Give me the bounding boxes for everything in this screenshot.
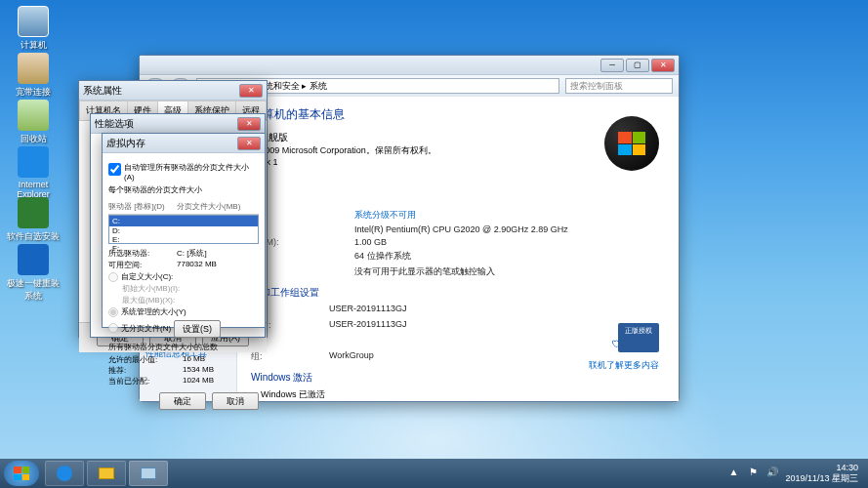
system-managed-radio[interactable]: 系统管理的大小(Y) [108,306,259,317]
clock-time: 14:30 [785,463,858,473]
totals-title: 所有驱动器分页文件大小的总数 [108,342,259,352]
rating-link[interactable]: 系统分级不可用 [354,209,416,222]
activation-head: Windows 激活 [251,371,665,385]
drive-item: E: [109,235,258,244]
desktop-icon-recycle[interactable]: 回收站 [4,100,62,145]
system-tray: ▲ ⚑ 🔊 14:30 2019/11/13 星期三 [726,463,864,484]
workgroup-value: WorkGroup [329,350,374,363]
desktop-icon-computer[interactable]: 计算机 [4,6,62,52]
drive-item: D: [109,226,258,235]
desktop-icon-network[interactable]: 宽带连接 [4,53,62,99]
page-heading: 计算机的基本信息 [251,106,665,123]
set-button[interactable]: 设置(S) [174,320,221,338]
desktop-icon-reinstall[interactable]: 极速一键重装系统 [4,244,62,303]
taskbar-ie-button[interactable] [45,461,84,486]
taskbar: ▲ ⚑ 🔊 14:30 2019/11/13 星期三 [0,459,868,488]
maximize-button[interactable]: ▢ [626,59,649,72]
system-type-value: 64 位操作系统 [354,250,411,263]
close-button[interactable]: ✕ [237,117,261,131]
search-input[interactable]: 搜索控制面板 [565,78,673,94]
recommended-value: 1534 MB [183,365,214,376]
desktop-icon-ie[interactable]: Internet Explorer [4,146,62,199]
genuine-badge-icon: 正版授权 [618,323,659,352]
ok-button[interactable]: 确定 [159,392,206,410]
service-pack: Pack 1 [251,157,665,167]
computer-name-value: USER-20191113GJ [329,304,407,316]
minimize-button[interactable]: ─ [600,59,624,72]
icon-label: 软件自选安装 [7,231,60,241]
custom-size-radio[interactable]: 自定义大小(C): [108,271,259,282]
space-available-value: 778032 MB [177,260,217,270]
clock-date: 2019/11/13 星期三 [785,473,858,484]
dialog-title: 性能选项 [95,117,134,131]
virtual-memory-dialog: 虚拟内存✕ 自动管理所有驱动器的分页文件大小(A) 每个驱动器的分页文件大小 驱… [102,133,266,328]
pen-touch-value: 没有可用于此显示器的笔或触控输入 [354,265,495,278]
col-size: 分页文件大小(MB) [177,201,240,212]
activation-status: Windows 已激活 [251,388,665,401]
auto-manage-checkbox[interactable]: 自动管理所有驱动器的分页文件大小(A) [108,162,259,182]
dialog-title: 虚拟内存 [106,137,145,150]
cancel-button[interactable]: 取消 [212,392,259,410]
dialog-title: 系统属性 [83,84,122,98]
desktop-icon-software[interactable]: 软件自选安装 [4,197,62,243]
icon-label: Internet Explorer [17,180,50,199]
start-button[interactable] [4,461,39,486]
drive-listbox[interactable]: C: D: E: F: [108,215,259,244]
edition: 7 旗舰版 [251,131,665,144]
sys-props-titlebar[interactable]: 系统属性✕ [79,81,267,101]
icon-label: 计算机 [21,40,47,50]
vm-titlebar[interactable]: 虚拟内存✕ [103,134,265,153]
full-name-value: USER-20191113GJ [329,319,407,332]
tray-flag-icon[interactable]: ⚑ [746,467,760,480]
icon-label: 宽带连接 [16,87,51,97]
taskbar-explorer-button[interactable] [87,461,126,486]
drive-item: C: [109,216,258,226]
taskbar-system-button[interactable] [129,461,168,486]
control-panel-titlebar[interactable]: ─ ▢ ✕ [140,56,679,75]
selected-drive-value: C: [系统] [177,248,207,259]
close-button[interactable]: ✕ [651,59,675,72]
processor-value: Intel(R) Pentium(R) CPU G2020 @ 2.90GHz … [354,224,568,234]
learn-more-link[interactable]: 联机了解更多内容 [589,359,659,372]
each-drive-label: 每个驱动器的分页文件大小 [108,184,259,195]
clock[interactable]: 14:30 2019/11/13 星期三 [785,463,858,484]
copyright: © 2009 Microsoft Corporation。保留所有权利。 [251,144,665,157]
ram-value: 1.00 GB [354,237,387,247]
domain-section-head: 域和工作组设置 [251,286,665,300]
windows-logo-icon [604,116,659,171]
icon-label: 回收站 [21,134,47,143]
min-allowed-value: 16 MB [183,354,205,365]
close-button[interactable]: ✕ [237,137,261,150]
icon-label: 极速一键重装系统 [7,278,60,301]
current-allocated-value: 1024 MB [183,376,214,386]
perf-opts-titlebar[interactable]: 性能选项✕ [91,114,265,134]
main-content: 计算机的基本信息 7 旗舰版 © 2009 Microsoft Corporat… [237,97,679,401]
col-drive: 驱动器 [卷标](D) [108,201,177,212]
close-button[interactable]: ✕ [239,84,263,98]
no-paging-radio[interactable]: 无分页文件(N)设置(S) [108,318,259,338]
tray-expand-icon[interactable]: ▲ [726,467,740,480]
tray-volume-icon[interactable]: 🔊 [765,467,779,480]
